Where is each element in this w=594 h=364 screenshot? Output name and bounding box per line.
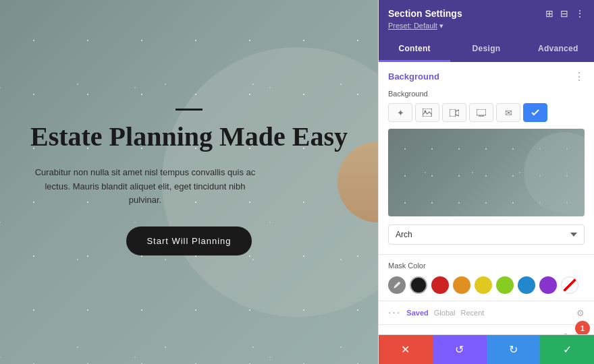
tab-content[interactable]: Content bbox=[379, 37, 450, 62]
redo-button[interactable]: ↻ bbox=[487, 335, 541, 364]
saved-tab-global[interactable]: Global bbox=[434, 309, 456, 317]
swatch-blue[interactable] bbox=[518, 276, 535, 294]
preset-label[interactable]: Preset: Default ▾ bbox=[388, 22, 585, 30]
undo-button[interactable]: ↺ bbox=[433, 335, 487, 364]
bg-label: Background bbox=[379, 87, 594, 103]
section-menu-icon[interactable]: ⋮ bbox=[574, 70, 585, 83]
bg-type-video[interactable] bbox=[442, 103, 466, 122]
background-section: Background ⋮ Background ✦ ✉ bbox=[379, 62, 594, 255]
arch-dropdown[interactable]: Arch Circle Wave Triangle None bbox=[388, 224, 585, 245]
panel-body: Background ⋮ Background ✦ ✉ bbox=[379, 62, 594, 334]
bg-type-active[interactable] bbox=[523, 103, 547, 122]
left-panel: Estate Planning Made Easy Curabitur non … bbox=[0, 0, 378, 364]
bg-type-row: ✦ ✉ bbox=[379, 103, 594, 129]
cancel-button[interactable]: ✕ bbox=[379, 335, 433, 364]
section-header: Background ⋮ bbox=[379, 62, 594, 87]
saved-dots[interactable]: ··· bbox=[388, 307, 401, 319]
settings-icon[interactable]: ⊞ bbox=[545, 8, 554, 19]
bg-type-image[interactable] bbox=[415, 103, 439, 122]
hero-content: Estate Planning Made Easy Curabitur non … bbox=[30, 109, 348, 255]
saved-tab-recent[interactable]: Recent bbox=[461, 309, 485, 317]
svg-point-7 bbox=[394, 287, 396, 289]
swatch-yellow[interactable] bbox=[475, 276, 492, 294]
right-panel: Section Settings ⊞ ⊟ ⋮ Preset: Default ▾… bbox=[378, 0, 594, 364]
columns-icon[interactable]: ⊟ bbox=[560, 8, 568, 19]
tab-design[interactable]: Design bbox=[450, 37, 522, 62]
saved-row: ··· Saved Global Recent ⚙ bbox=[379, 301, 594, 325]
bg-type-pattern[interactable]: ✦ bbox=[388, 103, 412, 122]
swatch-red[interactable] bbox=[431, 276, 449, 294]
svg-rect-2 bbox=[450, 109, 456, 117]
cta-button[interactable]: Start Will Planning bbox=[126, 226, 251, 255]
swatch-orange[interactable] bbox=[453, 276, 470, 294]
swatch-striped[interactable] bbox=[561, 276, 578, 294]
mask-color-label: Mask Color bbox=[388, 262, 585, 270]
badge-number: 1 bbox=[575, 321, 590, 335]
svg-rect-0 bbox=[423, 109, 432, 117]
more-icon[interactable]: ⋮ bbox=[575, 8, 585, 19]
panel-title: Section Settings bbox=[388, 8, 462, 19]
saved-tab-saved[interactable]: Saved bbox=[406, 309, 428, 317]
svg-rect-3 bbox=[477, 109, 486, 115]
main-heading: Estate Planning Made Easy bbox=[30, 121, 348, 152]
dropdown-row: Arch Circle Wave Triangle None bbox=[379, 224, 594, 254]
swatch-purple[interactable] bbox=[539, 276, 557, 294]
swatch-black[interactable] bbox=[410, 276, 427, 294]
bg-type-screen[interactable] bbox=[469, 103, 493, 122]
saved-settings-icon[interactable]: ⚙ bbox=[576, 308, 585, 318]
panel-tabs: Content Design Advanced bbox=[379, 37, 594, 62]
panel-header-icons: ⊞ ⊟ ⋮ bbox=[545, 8, 585, 19]
swatch-green[interactable] bbox=[496, 276, 514, 294]
panel-header-top: Section Settings ⊞ ⊟ ⋮ bbox=[388, 8, 585, 19]
sub-text: Curabitur non nulla sit amet nisl tempus… bbox=[30, 166, 260, 208]
bg-type-email[interactable]: ✉ bbox=[496, 103, 520, 122]
preset-text: Preset: Default bbox=[388, 22, 437, 30]
panel-header: Section Settings ⊞ ⊟ ⋮ Preset: Default ▾ bbox=[379, 0, 594, 37]
preview-stars bbox=[388, 129, 585, 216]
dash-decoration bbox=[176, 109, 202, 111]
bg-preview bbox=[388, 129, 585, 216]
eyedropper-swatch[interactable] bbox=[388, 276, 406, 294]
mask-transform-section: Mask Transform ↺ ⋮ 1 ↺ ⬜ bbox=[379, 325, 594, 334]
tab-advanced[interactable]: Advanced bbox=[522, 37, 594, 62]
panel-footer: ✕ ↺ ↻ ✓ bbox=[379, 334, 594, 364]
mask-color-section: Mask Color bbox=[379, 255, 594, 301]
section-title: Background bbox=[388, 71, 439, 82]
save-button[interactable]: ✓ bbox=[540, 335, 594, 364]
color-swatches bbox=[388, 276, 585, 294]
